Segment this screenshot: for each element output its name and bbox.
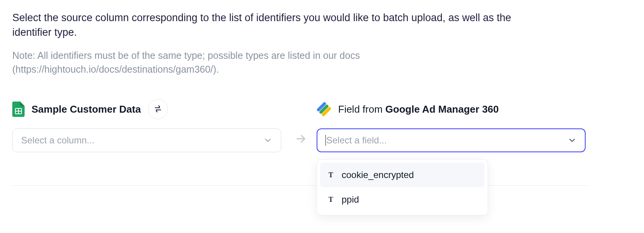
destination-label: Field from Google Ad Manager 360 [338,103,499,115]
destination-field-select[interactable]: Select a field... [317,128,586,152]
section-divider [12,185,588,186]
section-heading: Select the source column corresponding t… [12,11,527,40]
source-header: Sample Customer Data [12,98,285,120]
google-sheets-icon [12,102,25,117]
source-select-placeholder: Select a column... [21,135,95,146]
destination-select-placeholder: Select a field... [325,135,387,146]
source-label: Sample Customer Data [32,103,141,115]
google-ad-manager-icon [317,102,331,116]
dropdown-option-cookie-encrypted[interactable]: T cookie_encrypted [320,163,485,187]
destination-field-dropdown: T cookie_encrypted T ppid [317,159,488,215]
source-column: Sample Customer Data Select a column... [12,98,285,152]
dropdown-option-label: ppid [342,194,359,205]
text-type-icon: T [327,171,335,179]
destination-label-prefix: Field from [338,103,385,115]
mapping-arrow [285,133,317,146]
dropdown-option-label: cookie_encrypted [342,170,414,180]
destination-column: Field from Google Ad Manager 360 Select … [317,98,589,152]
destination-label-name: Google Ad Manager 360 [385,103,499,115]
mapping-row: Sample Customer Data Select a column... [12,98,632,152]
destination-header: Field from Google Ad Manager 360 [317,98,589,120]
source-column-select[interactable]: Select a column... [12,128,281,152]
swap-icon [154,105,162,114]
text-type-icon: T [327,196,335,204]
chevron-down-icon [568,136,577,145]
dropdown-option-ppid[interactable]: T ppid [320,187,485,212]
chevron-down-icon [263,136,272,145]
section-subnote: Note: All identifiers must be of the sam… [12,48,435,77]
swap-button[interactable] [148,99,168,119]
arrow-right-icon [295,133,307,146]
